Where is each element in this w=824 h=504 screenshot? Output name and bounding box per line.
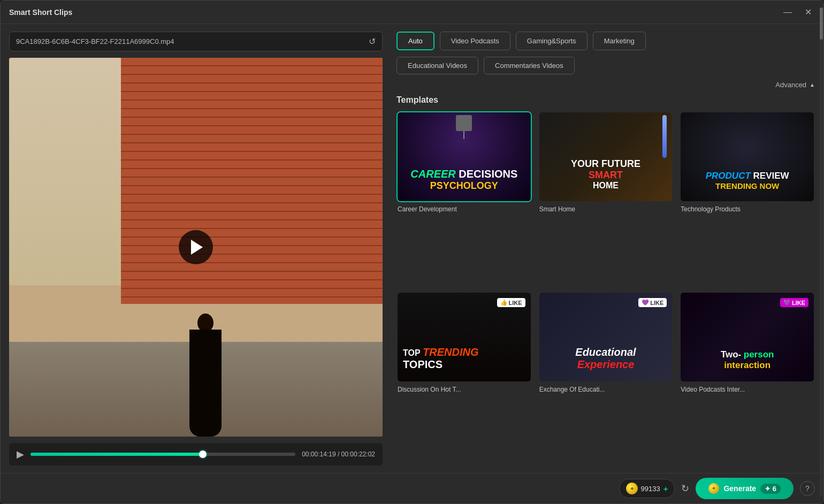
techproducts-word2: REVIEW: [753, 171, 789, 181]
refresh-button[interactable]: ↻: [681, 483, 689, 494]
smarthome-text: YOUR FUTURE SMART HOME: [539, 158, 673, 190]
twoperson-word3: interaction: [681, 360, 814, 371]
like-badge: 👍 LIKE: [497, 298, 525, 307]
coins-plus-button[interactable]: +: [663, 484, 668, 493]
smarthome-line2: SMART HOME: [539, 170, 673, 190]
close-button[interactable]: ✕: [802, 6, 815, 18]
progress-bar[interactable]: [30, 453, 295, 456]
time-display: 00:00:14:19 / 00:00:22:02: [302, 450, 375, 458]
bottom-bar: ✦ 99133 + ↻ ✦ Generate ✦ 6 ?: [1, 473, 823, 503]
current-time: 00:00:14:19: [302, 450, 335, 458]
edu-word2: Experience: [539, 358, 673, 371]
hottopics-topics: TOPICS: [403, 358, 479, 371]
template-name-techproducts: Technology Products: [680, 205, 815, 213]
mode-buttons-row1: Auto Video Podcasts Gaming&Sports Market…: [396, 32, 815, 50]
template-card-techproducts[interactable]: PRODUCT REVIEW TRENDING NOW Technology P…: [680, 111, 815, 285]
template-card-smarthome[interactable]: YOUR FUTURE SMART HOME Smart Home: [538, 111, 674, 285]
template-name-smarthome: Smart Home: [538, 205, 674, 213]
hottopics-top: TOP: [403, 348, 421, 357]
twoperson-word2: person: [744, 349, 774, 360]
techproducts-line1: PRODUCT REVIEW: [681, 171, 814, 181]
mode-videopodcasts-button[interactable]: Video Podcasts: [440, 32, 510, 50]
template-name-career: Career Development: [396, 205, 532, 213]
file-bar: 9CA1892B-6C6B-4CF3-BF22-F2211A6999C0.mp4…: [9, 32, 383, 51]
help-button[interactable]: ?: [800, 481, 815, 496]
reload-button[interactable]: ↺: [369, 36, 376, 47]
career-word2: DECISIONS: [459, 168, 517, 180]
file-name: 9CA1892B-6C6B-4CF3-BF22-F2211A6999C0.mp4: [16, 37, 363, 45]
template-name-hottopics: Discussion On Hot T...: [396, 386, 532, 393]
twoperson-like-text: LIKE: [792, 300, 805, 306]
person-figure: [189, 314, 222, 437]
edu-like-text: LIKE: [650, 300, 663, 306]
advanced-arrow-icon: ▲: [810, 82, 815, 88]
title-bar: Smart Short Clips — ✕: [1, 1, 823, 24]
smarthome-word2: SMART: [589, 170, 623, 180]
template-thumb-educational: 💜 LIKE Educational Experience: [538, 292, 674, 383]
progress-fill: [30, 453, 203, 456]
twoperson-word1: Two-: [721, 349, 741, 360]
total-time: / 00:00:22:02: [338, 450, 375, 458]
template-card-career[interactable]: CAREER DECISIONS PSYCHOLOGY Career Devel…: [396, 111, 532, 285]
career-thumb-inner: CAREER DECISIONS PSYCHOLOGY: [398, 112, 531, 201]
mode-buttons-row2: Educational Videos Commentaries Videos: [396, 57, 815, 74]
scrollbar-thumb: [820, 24, 823, 40]
hottopics-thumb-inner: 👍 LIKE TOP TRENDING TOPICS: [398, 293, 531, 381]
advanced-row: Advanced ▲: [396, 81, 815, 89]
progress-thumb: [199, 450, 207, 458]
coins-value: 99133: [641, 485, 660, 493]
techproducts-text: PRODUCT REVIEW TRENDING NOW: [681, 171, 814, 190]
smarthome-word1: YOUR FUTURE: [571, 158, 640, 169]
template-thumb-techproducts: PRODUCT REVIEW TRENDING NOW: [680, 111, 815, 202]
educational-text: Educational Experience: [539, 346, 673, 371]
title-controls: — ✕: [780, 6, 815, 18]
edu-word1: Educational: [575, 346, 636, 358]
career-text: CAREER DECISIONS PSYCHOLOGY: [398, 168, 531, 192]
educational-thumb-inner: 💜 LIKE Educational Experience: [539, 293, 673, 381]
play-overlay-button[interactable]: [179, 230, 213, 264]
templates-label: Templates: [396, 95, 815, 105]
template-card-educational[interactable]: 💜 LIKE Educational Experience Exchange O…: [538, 292, 674, 465]
twoperson-thumb-inner: 💜 LIKE Two- person interaction: [681, 293, 814, 381]
main-window: Smart Short Clips — ✕ 9CA1892B-6C6B-4CF3…: [0, 0, 824, 504]
generate-label: Generate: [723, 484, 756, 493]
career-word3: PSYCHOLOGY: [398, 180, 531, 192]
like-icon: 👍: [500, 299, 508, 306]
smarthome-thumb-inner: YOUR FUTURE SMART HOME: [539, 112, 673, 201]
window-title: Smart Short Clips: [9, 8, 780, 17]
brick-wall: [121, 58, 383, 304]
mode-gamingsports-button[interactable]: Gaming&Sports: [516, 32, 588, 50]
scrollbar-track[interactable]: [820, 24, 823, 473]
smarthome-word3: HOME: [539, 181, 673, 190]
person-hair: [189, 330, 222, 437]
coins-display: ✦ 99133 +: [619, 479, 675, 498]
generate-count-value: 6: [773, 485, 776, 493]
mode-educationalvideos-button[interactable]: Educational Videos: [396, 57, 478, 74]
mode-auto-button[interactable]: Auto: [396, 32, 434, 50]
hottopics-trending: TRENDING: [423, 346, 478, 358]
template-card-twoperson[interactable]: 💜 LIKE Two- person interaction: [680, 292, 815, 465]
mode-marketing-button[interactable]: Marketing: [593, 32, 646, 50]
generate-count-icon: ✦: [765, 485, 773, 493]
twoperson-like-icon: 💜: [783, 299, 791, 306]
advanced-label[interactable]: Advanced: [775, 81, 806, 89]
coin-icon: ✦: [626, 483, 638, 494]
twoperson-text: Two- person interaction: [681, 349, 814, 371]
template-card-hottopics[interactable]: 👍 LIKE TOP TRENDING TOPICS Discussion On…: [396, 292, 532, 465]
mode-commentariesvideos-button[interactable]: Commentaries Videos: [484, 57, 575, 74]
like-text: LIKE: [509, 300, 522, 306]
template-thumb-smarthome: YOUR FUTURE SMART HOME: [538, 111, 674, 202]
left-panel: 9CA1892B-6C6B-4CF3-BF22-F2211A6999C0.mp4…: [1, 24, 391, 473]
template-thumb-twoperson: 💜 LIKE Two- person interaction: [680, 292, 815, 383]
play-button[interactable]: ▶: [17, 448, 24, 460]
hottopics-text: TOP TRENDING TOPICS: [403, 346, 479, 371]
generate-coin-icon: ✦: [708, 483, 719, 494]
edu-like-icon: 💜: [642, 299, 649, 306]
generate-button[interactable]: ✦ Generate ✦ 6: [696, 478, 794, 499]
templates-grid: CAREER DECISIONS PSYCHOLOGY Career Devel…: [396, 111, 815, 465]
minimize-button[interactable]: —: [780, 6, 795, 18]
techproducts-word3: TRENDING NOW: [681, 181, 814, 190]
video-controls: ▶ 00:00:14:19 / 00:00:22:02: [9, 443, 383, 465]
play-triangle-icon: [191, 240, 203, 255]
career-line1: CAREER DECISIONS: [398, 168, 531, 180]
